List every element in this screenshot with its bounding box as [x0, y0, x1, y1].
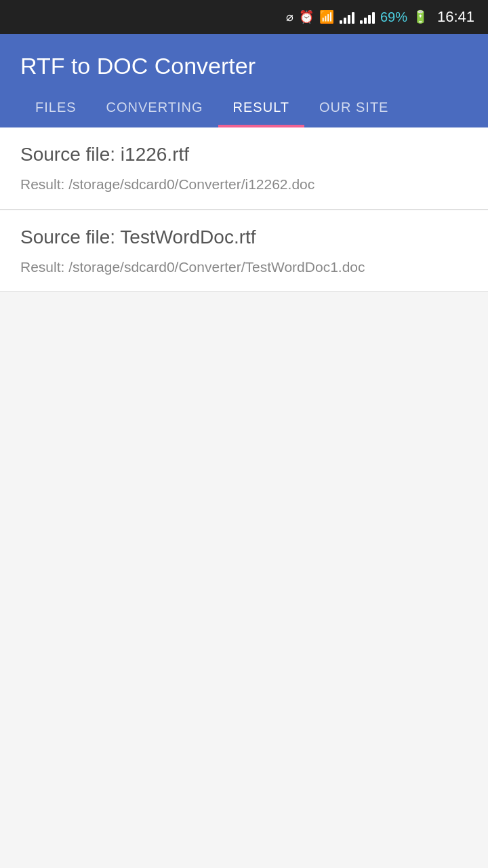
bar2: [364, 18, 367, 24]
bar4: [372, 12, 375, 24]
tab-converting[interactable]: CONVERTING: [92, 100, 218, 127]
source-file-1: Source file: i1226.rtf: [20, 144, 468, 165]
bar1: [340, 20, 342, 24]
tab-result[interactable]: RESULT: [218, 100, 304, 127]
alarm-icon: ⏰: [299, 9, 314, 24]
sim-icon: ⌀: [286, 9, 293, 24]
status-bar: ⌀ ⏰ 📶 69% 🔋 16:41: [0, 0, 488, 34]
app-bar: RTF to DOC Converter FILES CONVERTING RE…: [0, 34, 488, 127]
bar4: [352, 12, 354, 24]
wifi-icon: 📶: [319, 9, 334, 24]
status-icons: ⌀ ⏰ 📶 69% 🔋 16:41: [286, 8, 474, 26]
bar2: [344, 18, 346, 24]
bar1: [360, 20, 363, 24]
result-item-1: Source file: i1226.rtf Result: /storage/…: [0, 127, 488, 210]
battery-icon: 🔋: [413, 9, 428, 24]
result-item-2: Source file: TestWordDoc.rtf Result: /st…: [0, 210, 488, 292]
bar3: [368, 15, 371, 24]
app-title: RTF to DOC Converter: [20, 53, 468, 79]
clock: 16:41: [437, 8, 474, 26]
result-path-1: Result: /storage/sdcard0/Converter/i1226…: [20, 174, 468, 195]
source-file-2: Source file: TestWordDoc.rtf: [20, 226, 468, 248]
bar3: [348, 15, 350, 24]
content-area: Source file: i1226.rtf Result: /storage/…: [0, 127, 488, 292]
tab-bar: FILES CONVERTING RESULT OUR SITE: [20, 100, 468, 127]
signal-bars-1: [340, 10, 354, 24]
tab-our-site[interactable]: OUR SITE: [304, 100, 403, 127]
tab-files[interactable]: FILES: [20, 100, 92, 127]
battery-percent: 69%: [380, 9, 407, 25]
signal-bars-2: [360, 10, 375, 24]
result-path-2: Result: /storage/sdcard0/Converter/TestW…: [20, 256, 468, 278]
